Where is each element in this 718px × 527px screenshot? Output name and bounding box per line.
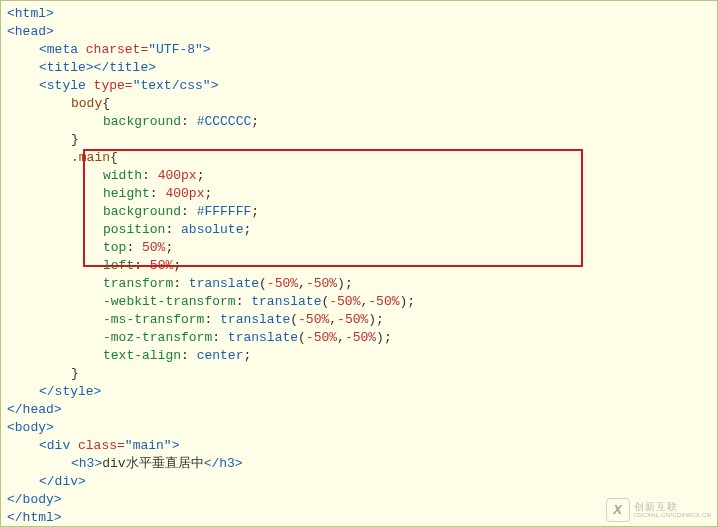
code-line: top: 50%; bbox=[7, 239, 711, 257]
code-line: </head> bbox=[7, 401, 711, 419]
token-prop: top bbox=[103, 240, 126, 255]
token-num: -50% bbox=[267, 276, 298, 291]
code-line: <body> bbox=[7, 419, 711, 437]
token-num: -50% bbox=[337, 312, 368, 327]
token-punc: ( bbox=[259, 276, 267, 291]
code-line: position: absolute; bbox=[7, 221, 711, 239]
token-punc: ; bbox=[243, 348, 251, 363]
token-prop: position bbox=[103, 222, 165, 237]
token-prop: transform bbox=[103, 276, 173, 291]
code-line: width: 400px; bbox=[7, 167, 711, 185]
watermark: X 创新互联 CDCXHL.CN/CDXWCX.CN bbox=[606, 498, 711, 522]
token-punc: : bbox=[236, 294, 252, 309]
code-line: } bbox=[7, 131, 711, 149]
token-punc: ); bbox=[376, 330, 392, 345]
code-line: <title></title> bbox=[7, 59, 711, 77]
token-tag: </h3> bbox=[204, 456, 243, 471]
token-tag: </html> bbox=[7, 510, 62, 525]
token-punc: : bbox=[150, 186, 166, 201]
token-punc: , bbox=[337, 330, 345, 345]
watermark-cn: 创新互联 bbox=[634, 501, 711, 512]
token-pv: translate bbox=[220, 312, 290, 327]
token-val: "main" bbox=[125, 438, 172, 453]
token-attr: charset= bbox=[86, 42, 148, 57]
token-num: 50% bbox=[150, 258, 173, 273]
watermark-logo-icon: X bbox=[606, 498, 630, 522]
token-sel: body bbox=[71, 96, 102, 111]
token-num: 400px bbox=[165, 186, 204, 201]
token-punc: ; bbox=[197, 168, 205, 183]
token-tag: <head> bbox=[7, 24, 54, 39]
token-punc: : bbox=[126, 240, 142, 255]
token-sel: .main bbox=[71, 150, 110, 165]
token-pv: #FFFFFF bbox=[197, 204, 252, 219]
token-num: -50% bbox=[329, 294, 360, 309]
token-punc: : bbox=[142, 168, 158, 183]
code-line: .main{ bbox=[7, 149, 711, 167]
token-punc: ( bbox=[290, 312, 298, 327]
code-line: text-align: center; bbox=[7, 347, 711, 365]
token-tag: <body> bbox=[7, 420, 54, 435]
code-line: height: 400px; bbox=[7, 185, 711, 203]
token-prop: -moz-transform bbox=[103, 330, 212, 345]
token-num: -50% bbox=[345, 330, 376, 345]
token-num: -50% bbox=[306, 276, 337, 291]
token-tag: <div bbox=[39, 438, 78, 453]
token-punc: ; bbox=[204, 186, 212, 201]
token-num: 50% bbox=[142, 240, 165, 255]
token-pv: translate bbox=[228, 330, 298, 345]
token-punc: : bbox=[181, 204, 197, 219]
token-punc: ); bbox=[368, 312, 384, 327]
token-num: -50% bbox=[306, 330, 337, 345]
token-pv: #CCCCCC bbox=[197, 114, 252, 129]
token-punc: ; bbox=[173, 258, 181, 273]
token-prop: text-align bbox=[103, 348, 181, 363]
token-num: 400px bbox=[158, 168, 197, 183]
code-line: background: #CCCCCC; bbox=[7, 113, 711, 131]
token-tag: </head> bbox=[7, 402, 62, 417]
token-pv: center bbox=[197, 348, 244, 363]
token-tag: <style bbox=[39, 78, 94, 93]
token-punc: ; bbox=[251, 114, 259, 129]
code-line: <div class="main"> bbox=[7, 437, 711, 455]
token-tag: </body> bbox=[7, 492, 62, 507]
token-tag: <h3> bbox=[71, 456, 102, 471]
token-attr: class= bbox=[78, 438, 125, 453]
code-line: } bbox=[7, 365, 711, 383]
token-prop: height bbox=[103, 186, 150, 201]
token-punc: , bbox=[329, 312, 337, 327]
code-line: <style type="text/css"> bbox=[7, 77, 711, 95]
token-prop: background bbox=[103, 114, 181, 129]
token-punc: ; bbox=[243, 222, 251, 237]
code-line: <meta charset="UTF-8"> bbox=[7, 41, 711, 59]
token-punc: : bbox=[173, 276, 189, 291]
token-tag: </style> bbox=[39, 384, 101, 399]
token-punc: ( bbox=[298, 330, 306, 345]
token-punc: } bbox=[71, 366, 79, 381]
code-line: <html> bbox=[7, 5, 711, 23]
token-punc: { bbox=[102, 96, 110, 111]
token-punc: } bbox=[71, 132, 79, 147]
token-tag: > bbox=[172, 438, 180, 453]
token-punc: ); bbox=[400, 294, 416, 309]
token-tag: > bbox=[203, 42, 211, 57]
code-line: <h3>div水平垂直居中</h3> bbox=[7, 455, 711, 473]
code-line: </div> bbox=[7, 473, 711, 491]
code-line: -moz-transform: translate(-50%,-50%); bbox=[7, 329, 711, 347]
token-punc: { bbox=[110, 150, 118, 165]
token-tag: <title></title> bbox=[39, 60, 156, 75]
token-tag: > bbox=[211, 78, 219, 93]
code-block: <html><head><meta charset="UTF-8"><title… bbox=[7, 5, 711, 527]
token-tag: <meta bbox=[39, 42, 86, 57]
token-pv: absolute bbox=[181, 222, 243, 237]
token-attr: type= bbox=[94, 78, 133, 93]
code-line: body{ bbox=[7, 95, 711, 113]
token-pv: translate bbox=[251, 294, 321, 309]
token-punc: ; bbox=[165, 240, 173, 255]
code-line: -ms-transform: translate(-50%,-50%); bbox=[7, 311, 711, 329]
code-line: </style> bbox=[7, 383, 711, 401]
token-punc: : bbox=[165, 222, 181, 237]
token-num: -50% bbox=[368, 294, 399, 309]
token-pv: translate bbox=[189, 276, 259, 291]
token-tag: <html> bbox=[7, 6, 54, 21]
